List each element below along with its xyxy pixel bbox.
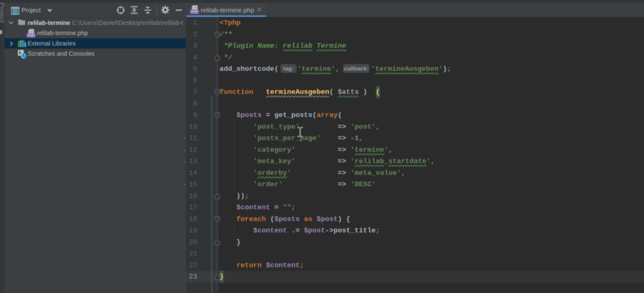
svg-text:PHP: PHP [191, 10, 198, 14]
svg-text:PHP: PHP [28, 34, 34, 37]
